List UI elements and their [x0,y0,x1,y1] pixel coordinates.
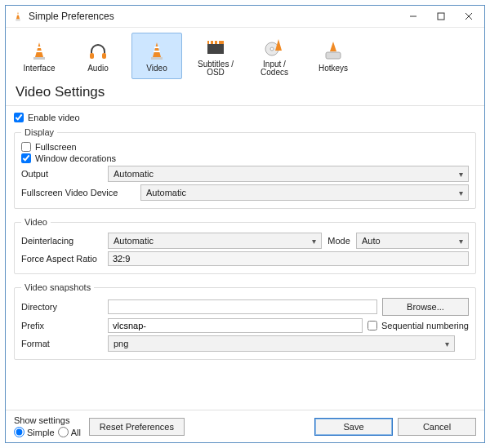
category-tabs: Interface Audio Video Subtitles / OSD In… [6,28,484,82]
tab-subtitles[interactable]: Subtitles / OSD [190,33,241,79]
directory-label: Directory [21,302,103,312]
sequential-numbering-checkbox[interactable]: Sequential numbering [368,321,469,330]
clapper-icon [205,36,226,57]
svg-marker-13 [153,42,161,57]
svg-rect-19 [209,41,211,44]
window-decorations-input[interactable] [21,153,31,163]
svg-rect-2 [17,14,20,15]
output-label: Output [21,169,103,179]
mode-label: Mode [327,236,351,246]
svg-rect-16 [154,51,160,52]
svg-rect-15 [154,47,159,48]
svg-rect-11 [90,53,94,59]
svg-marker-7 [35,42,43,57]
disc-cone-icon [264,36,285,57]
save-button[interactable]: Save [314,418,393,436]
svg-rect-4 [438,13,444,20]
headphones-icon [87,40,109,61]
cone-icon [146,40,167,61]
display-legend: Display [21,127,57,137]
svg-point-23 [270,47,274,51]
svg-rect-12 [102,53,106,59]
format-label: Format [21,339,103,348]
tab-hotkeys[interactable]: Hotkeys [308,33,359,79]
svg-marker-0 [16,11,20,19]
display-group: Display Fullscreen Window decorations Ou… [14,127,476,209]
aspect-label: Force Aspect Ratio [21,254,103,264]
fullscreen-device-label: Fullscreen Video Device [21,188,136,197]
video-group: Video Deinterlacing Automatic Mode Auto … [14,217,476,274]
svg-rect-17 [207,44,224,54]
deinterlacing-label: Deinterlacing [21,236,103,246]
tab-audio[interactable]: Audio [73,33,123,79]
simple-radio[interactable]: Simple [14,427,55,437]
video-legend: Video [21,217,51,227]
all-radio[interactable]: All [58,427,81,437]
svg-rect-21 [217,41,219,44]
format-select[interactable]: png [108,335,455,352]
tab-input-codecs[interactable]: Input / Codecs [249,33,300,79]
prefix-input[interactable] [108,318,363,333]
show-settings-label: Show settings [14,415,84,425]
snapshots-legend: Video snapshots [21,282,94,292]
window-title: Simple Preferences [29,11,399,22]
app-icon [12,11,24,22]
footer: Show settings Simple All Reset Preferenc… [6,410,484,442]
deinterlacing-select[interactable]: Automatic [108,233,322,249]
svg-rect-8 [33,57,45,60]
keyboard-cone-icon [323,40,344,61]
svg-rect-10 [36,51,42,52]
page-title: Video Settings [6,82,484,106]
minimize-button[interactable] [399,7,427,25]
svg-rect-1 [16,20,20,21]
enable-video-input[interactable] [14,113,24,122]
tab-video[interactable]: Video [131,33,182,79]
svg-marker-25 [330,42,336,51]
fullscreen-device-select[interactable]: Automatic [140,184,469,201]
svg-rect-14 [151,57,163,60]
sequential-numbering-input[interactable] [368,321,377,330]
titlebar: Simple Preferences [6,6,484,28]
window-decorations-checkbox[interactable]: Window decorations [21,153,469,163]
cancel-button[interactable]: Cancel [398,418,476,436]
reset-preferences-button[interactable]: Reset Preferences [89,418,185,436]
svg-rect-26 [326,52,341,59]
maximize-button[interactable] [427,7,455,25]
enable-video-checkbox[interactable]: Enable video [14,113,476,122]
cone-icon [29,40,50,61]
aspect-input[interactable] [108,251,469,266]
svg-rect-9 [37,47,42,48]
prefix-label: Prefix [21,321,103,330]
fullscreen-input[interactable] [21,142,31,152]
close-button[interactable] [455,7,483,25]
output-select[interactable]: Automatic [108,166,469,182]
fullscreen-checkbox[interactable]: Fullscreen [21,142,469,152]
tab-interface[interactable]: Interface [14,33,65,79]
mode-select[interactable]: Auto [356,233,469,249]
browse-button[interactable]: Browse... [382,298,469,316]
directory-input[interactable] [108,299,377,314]
snapshots-group: Video snapshots Directory Browse... Pref… [14,282,476,360]
svg-rect-20 [213,41,215,44]
